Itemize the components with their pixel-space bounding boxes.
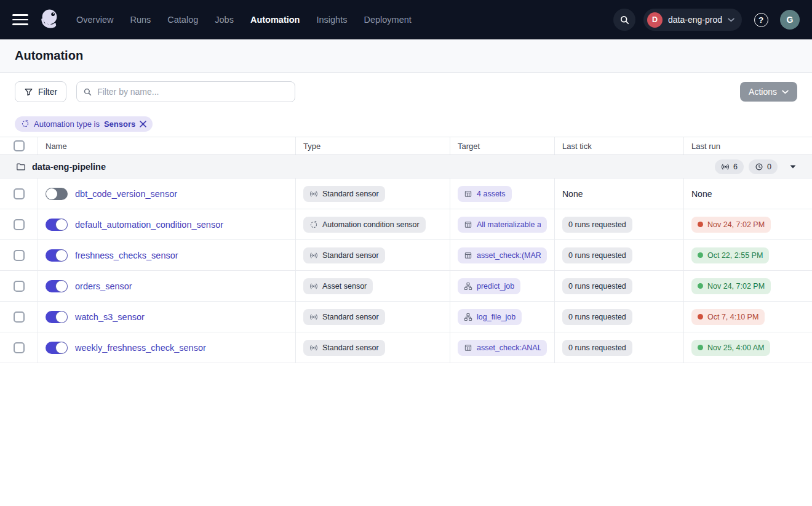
funnel-icon <box>24 87 33 97</box>
group-counts: 6 0 <box>715 159 800 174</box>
schedules-count-badge: 0 <box>749 159 778 174</box>
job-icon <box>464 313 472 321</box>
target-badge[interactable]: log_file_job <box>458 309 522 325</box>
nav-item-jobs[interactable]: Jobs <box>215 15 234 25</box>
sensor-type-badge: Standard sensor <box>303 340 385 356</box>
asset-icon <box>464 190 472 198</box>
nav-item-overview[interactable]: Overview <box>76 15 113 25</box>
page-title: Automation <box>15 49 83 63</box>
folder-icon <box>16 162 26 172</box>
filter-button[interactable]: Filter <box>15 81 66 102</box>
table-row: watch_s3_sensor Standard sensor log_file… <box>0 302 812 332</box>
actions-button-label: Actions <box>749 87 777 97</box>
last-tick-badge: 0 runs requested <box>562 309 632 325</box>
filter-chip-prefix: Automation type is <box>34 119 100 129</box>
collapse-group-button[interactable] <box>786 163 800 171</box>
toolbar: Filter Actions <box>0 73 812 111</box>
sensor-name-link[interactable]: orders_sensor <box>75 281 132 291</box>
nav-item-automation[interactable]: Automation <box>250 15 300 25</box>
code-location-group-row: data-eng-pipeline 6 0 <box>0 155 812 179</box>
last-tick-badge: 0 runs requested <box>562 247 632 263</box>
run-status-dot <box>698 314 703 319</box>
nav-item-runs[interactable]: Runs <box>130 15 151 25</box>
deployment-avatar: D <box>647 12 663 28</box>
sensor-type-badge: Standard sensor <box>303 186 385 202</box>
sensor-toggle[interactable] <box>46 311 68 323</box>
caret-down-icon <box>790 165 796 169</box>
last-run-badge[interactable]: Nov 24, 7:02 PM <box>691 278 771 294</box>
sensor-toggle[interactable] <box>46 188 68 200</box>
last-tick-value: None <box>562 189 583 199</box>
sensor-name-link[interactable]: watch_s3_sensor <box>75 312 145 322</box>
row-checkbox[interactable] <box>14 188 25 199</box>
target-badge[interactable]: predict_job <box>458 278 520 294</box>
nav-item-catalog[interactable]: Catalog <box>167 15 198 25</box>
last-run-badge[interactable]: Oct 22, 2:55 PM <box>691 247 769 263</box>
column-header-type: Type <box>296 137 450 155</box>
deployment-switcher[interactable]: D data-eng-prod <box>643 9 742 31</box>
row-checkbox[interactable] <box>14 281 25 292</box>
run-status-dot <box>698 283 703 289</box>
table-row: orders_sensor Asset sensor predict_job 0… <box>0 271 812 302</box>
sensors-count-badge: 6 <box>715 159 744 174</box>
last-run-badge[interactable]: Nov 25, 4:00 AM <box>691 340 770 356</box>
deployment-name: data-eng-prod <box>668 15 722 25</box>
row-checkbox[interactable] <box>14 342 25 353</box>
top-nav: Overview Runs Catalog Jobs Automation In… <box>0 0 812 39</box>
row-checkbox[interactable] <box>14 311 25 323</box>
hamburger-menu-icon[interactable] <box>12 14 28 26</box>
dagster-logo[interactable] <box>36 6 63 33</box>
code-location-name: data-eng-pipeline <box>32 162 106 172</box>
sensor-toggle[interactable] <box>46 342 68 354</box>
sensor-type-badge: Standard sensor <box>303 247 385 263</box>
sensor-icon <box>309 190 318 198</box>
chevron-down-icon <box>782 90 789 94</box>
sensor-icon <box>309 313 318 321</box>
sensor-type-badge: Asset sensor <box>303 278 373 294</box>
nav-item-insights[interactable]: Insights <box>316 15 347 25</box>
sensor-toggle[interactable] <box>46 249 68 262</box>
sensor-name-link[interactable]: default_automation_condition_sensor <box>75 220 223 230</box>
last-run-badge[interactable]: Nov 24, 7:02 PM <box>691 217 771 233</box>
close-icon <box>140 121 146 127</box>
user-avatar[interactable]: G <box>780 10 800 30</box>
column-header-target: Target <box>450 137 555 155</box>
sensor-name-link[interactable]: weekly_freshness_check_sensor <box>75 343 206 353</box>
table-row: freshness_checks_sensor Standard sensor … <box>0 240 812 271</box>
sensor-toggle[interactable] <box>46 219 68 231</box>
search-button[interactable] <box>613 9 635 31</box>
title-bar: Automation <box>0 39 812 73</box>
sensor-icon <box>309 282 318 291</box>
automation-condition-icon <box>21 119 30 128</box>
table-row: default_automation_condition_sensor Auto… <box>0 209 812 240</box>
target-badge[interactable]: All materializable as <box>458 217 547 233</box>
sensor-name-link[interactable]: freshness_checks_sensor <box>75 251 178 260</box>
help-icon: ? <box>754 13 768 27</box>
column-header-name: Name <box>38 137 296 155</box>
remove-filter-button[interactable] <box>140 121 146 127</box>
sensor-name-link[interactable]: dbt_code_version_sensor <box>75 189 177 199</box>
sensor-toggle[interactable] <box>46 280 68 292</box>
select-all-checkbox[interactable] <box>14 140 25 151</box>
filter-chip-automation-type[interactable]: Automation type is Sensors <box>15 116 153 132</box>
table-header-row: Name Type Target Last tick Last run <box>0 137 812 155</box>
row-checkbox[interactable] <box>14 250 25 261</box>
asset-icon <box>464 343 472 352</box>
active-filters-row: Automation type is Sensors <box>0 111 812 137</box>
target-badge[interactable]: 4 assets <box>458 186 512 202</box>
sensor-icon <box>721 163 730 171</box>
column-header-last-tick: Last tick <box>555 137 684 155</box>
target-badge[interactable]: asset_check:(MARK <box>458 247 547 263</box>
name-filter-input[interactable] <box>97 87 289 97</box>
automation-condition-icon <box>309 220 318 229</box>
actions-button[interactable]: Actions <box>740 82 797 102</box>
nav-item-deployment[interactable]: Deployment <box>364 15 411 25</box>
row-checkbox[interactable] <box>14 219 25 230</box>
name-filter-field <box>76 81 295 102</box>
last-run-badge[interactable]: Oct 7, 4:10 PM <box>691 309 765 325</box>
help-button[interactable]: ? <box>750 9 772 31</box>
last-tick-badge: 0 runs requested <box>562 340 632 356</box>
target-badge[interactable]: asset_check:ANALY <box>458 340 547 356</box>
column-header-last-run: Last run <box>684 137 812 155</box>
asset-icon <box>464 220 472 229</box>
